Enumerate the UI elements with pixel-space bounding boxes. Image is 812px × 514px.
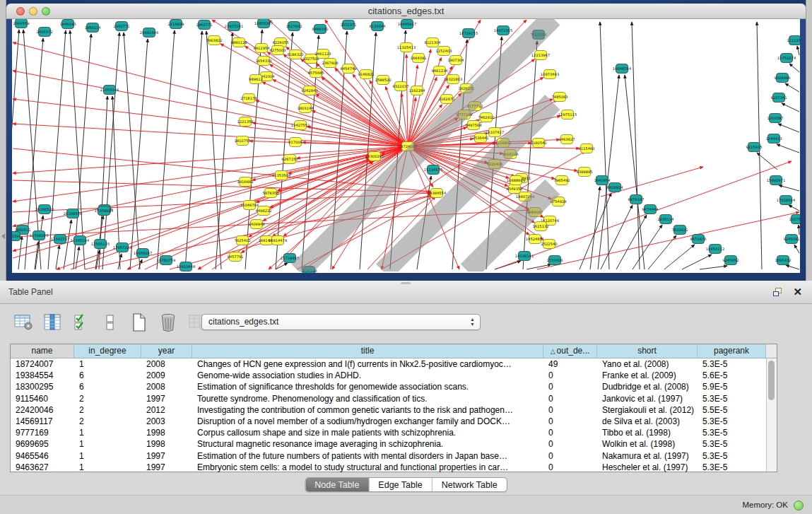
- table-row[interactable]: 1872400712008Changes of HCN gene express…: [11, 358, 777, 370]
- table-cell: 49: [543, 358, 597, 370]
- scrollbar-thumb[interactable]: [768, 361, 775, 400]
- dropdown-stepper-icon: ▲▼: [470, 317, 475, 327]
- canvas-resize-grip[interactable]: [12, 19, 799, 271]
- table-cell: 1997: [141, 462, 192, 473]
- network-view-window: citations_edges.txt 18724007183002951938…: [6, 4, 806, 281]
- table-cell: 6: [74, 381, 141, 392]
- scrollbar-header-spacer: [766, 344, 777, 358]
- table-cell: 5.3E-5: [698, 416, 766, 427]
- table-cell: 1: [74, 438, 141, 450]
- table-cell: 2008: [141, 381, 192, 392]
- float-panel-icon[interactable]: [773, 288, 783, 297]
- table-cell: Stergiakouli et al. (2012): [597, 404, 698, 416]
- column-header-short[interactable]: short: [597, 344, 698, 358]
- table-cell: 0: [543, 404, 597, 416]
- tab-network-table[interactable]: Network Table: [432, 478, 507, 491]
- table-cell: 0: [543, 450, 597, 462]
- table-tab-bar: Node Table Edge Table Network Table: [0, 475, 812, 496]
- table-cell: 5.6E-5: [698, 370, 766, 381]
- table-cell: 9465546: [11, 450, 74, 462]
- table-cell: Tibbo et al. (1998): [597, 427, 698, 438]
- table-cell: 2: [74, 393, 141, 404]
- tab-node-table[interactable]: Node Table: [305, 478, 368, 491]
- column-header-name[interactable]: name: [11, 344, 74, 358]
- table-cell: Jankovic et al. (1997): [597, 393, 698, 404]
- window-titlebar[interactable]: citations_edges.txt: [6, 4, 806, 19]
- table-row[interactable]: 977716911998Corpus callosum shape and si…: [11, 427, 777, 438]
- tab-edge-table[interactable]: Edge Table: [368, 478, 431, 491]
- table-header-row: name in_degree year title △out_de... sho…: [11, 344, 777, 358]
- table-cell: 2003: [141, 416, 192, 427]
- table-cell: 5.3E-5: [698, 438, 766, 450]
- table-cell: Genome-wide association studies in ADHD.: [192, 370, 543, 381]
- table-panel: Table Panel ✕: [0, 281, 812, 514]
- table-cell: 1: [74, 358, 141, 370]
- column-header-out-degree[interactable]: △out_de...: [543, 344, 597, 358]
- table-cell: 0: [543, 393, 597, 404]
- table-cell: 1998: [141, 438, 192, 450]
- table-panel-title: Table Panel: [8, 281, 53, 304]
- panel-collapse-arrow-icon[interactable]: [1, 233, 5, 239]
- checkboxes-icon: [73, 313, 90, 332]
- table-cell: Embryonic stem cells: a model to study s…: [192, 462, 543, 473]
- table-cell: 5.3E-5: [698, 427, 766, 438]
- table-cell: 5.3E-5: [698, 450, 766, 462]
- table-settings-button[interactable]: [13, 312, 34, 333]
- column-header-in-degree[interactable]: in_degree: [74, 344, 141, 358]
- table-row[interactable]: 946362711997Embryonic stem cells: a mode…: [11, 462, 777, 473]
- table-row[interactable]: 1830029562008Estimation of significance …: [11, 381, 777, 392]
- table-row[interactable]: 2242004622012Investigating the contribut…: [11, 404, 777, 416]
- table-cell: 5.9E-5: [698, 381, 766, 392]
- table-cell: 0: [543, 416, 597, 427]
- table-row[interactable]: 946554611997Estimation of the future num…: [11, 450, 777, 462]
- table-cell: Hescheler et al. (1997): [597, 462, 698, 473]
- trash-icon: [160, 313, 177, 332]
- table-cell: 1: [74, 427, 141, 438]
- table-cell: Estimation of significance thresholds fo…: [192, 381, 543, 392]
- table-cell: 2008: [141, 358, 192, 370]
- node-attribute-table[interactable]: name in_degree year title △out_de... sho…: [10, 344, 777, 472]
- table-row[interactable]: 969969511998Structural magnetic resonanc…: [11, 438, 777, 450]
- column-header-title[interactable]: title: [192, 344, 543, 358]
- table-cell: 1997: [141, 450, 192, 462]
- table-cell: 0: [543, 427, 597, 438]
- splitter-handle[interactable]: [401, 282, 411, 284]
- deselect-rows-button[interactable]: [100, 312, 121, 333]
- table-cell: 9115460: [11, 393, 74, 404]
- table-cell: Tourette syndrome. Phenomenology and cla…: [192, 393, 543, 404]
- table-row[interactable]: 1938455462009Genome-wide association stu…: [11, 370, 777, 381]
- column-header-year[interactable]: year: [141, 344, 192, 358]
- new-table-button[interactable]: [129, 312, 150, 333]
- select-all-rows-button[interactable]: [71, 312, 92, 333]
- table-cell: de Silva et al. (2003): [597, 416, 698, 427]
- table-row[interactable]: 1456911722003Disruption of a novel membe…: [11, 416, 777, 427]
- memory-ok-indicator[interactable]: [794, 501, 804, 510]
- network-canvas[interactable]: 1872400718300295193845542304559240557219…: [12, 19, 800, 273]
- delete-table-button[interactable]: [158, 312, 179, 333]
- table-vertical-scrollbar[interactable]: [766, 358, 777, 472]
- column-header-pagerank[interactable]: pagerank: [698, 344, 766, 358]
- network-edge[interactable]: [799, 225, 799, 235]
- select-column-button[interactable]: [42, 312, 63, 333]
- table-cell: 5.3E-5: [698, 393, 766, 404]
- close-panel-icon[interactable]: ✕: [793, 286, 802, 298]
- table-cell: 5.3E-5: [698, 462, 766, 473]
- table-cell: Investigating the contribution of common…: [192, 404, 543, 416]
- table-cell: 2: [74, 404, 141, 416]
- table-row[interactable]: 911546021997Tourette syndrome. Phenomeno…: [11, 393, 777, 404]
- table-select-dropdown[interactable]: citations_edges.txt ▲▼: [201, 314, 481, 330]
- table-cell: 9463627: [11, 462, 74, 473]
- table-cell: 0: [543, 370, 597, 381]
- sort-ascending-icon: △: [551, 348, 555, 355]
- table-cell: 1997: [141, 393, 192, 404]
- table-cell: Estimation of the future numbers of pati…: [192, 450, 543, 462]
- table-cell: Franke et al. (2009): [597, 370, 698, 381]
- table-cell: 14569117: [11, 416, 74, 427]
- table-cell: 1: [74, 462, 141, 473]
- table-body[interactable]: 1872400712008Changes of HCN gene express…: [11, 358, 777, 473]
- table-cell: Changes of HCN gene expression and I(f) …: [192, 358, 543, 370]
- table-cell: 2012: [141, 404, 192, 416]
- table-cell: Dudbridge et al. (2008): [597, 381, 698, 392]
- table-cell: 0: [543, 462, 597, 473]
- table-cell: 19384554: [11, 370, 74, 381]
